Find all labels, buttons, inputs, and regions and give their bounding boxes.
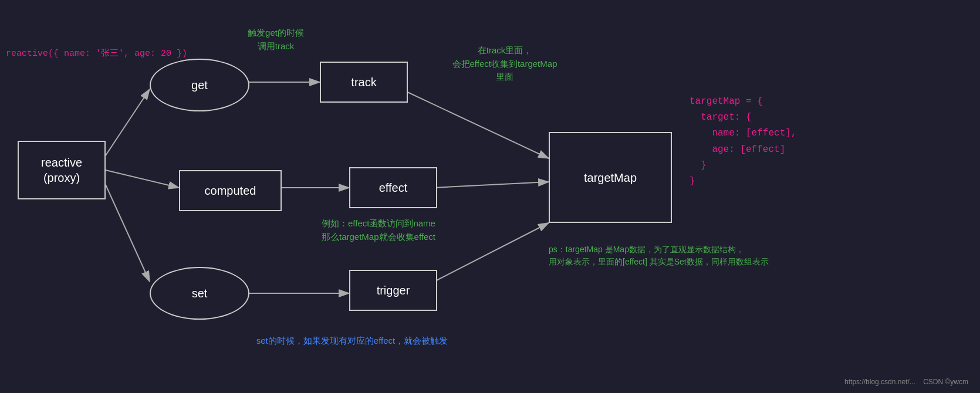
footer-url: https://blog.csdn.net/...	[844, 378, 915, 386]
footer-credit: CSDN ©ywcm	[923, 378, 968, 386]
svg-line-3	[106, 185, 150, 282]
node-trigger: trigger	[349, 270, 437, 311]
diagram-container: reactive({ name: '张三', age: 20 }) reacti…	[0, 0, 980, 393]
node-track: track	[320, 62, 408, 103]
targetmap-code: targetMap = { target: { name: [effect], …	[690, 94, 796, 189]
reactive-code: reactive({ name: '张三', age: 20 })	[6, 47, 187, 61]
label-get-trigger: 触发get的时候调用track	[229, 26, 323, 53]
node-computed: computed	[179, 170, 282, 211]
svg-line-8	[434, 182, 549, 188]
node-effect: effect	[349, 167, 437, 208]
label-set-desc: set的时候，如果发现有对应的effect，就会被触发	[176, 334, 528, 348]
label-effect-desc: 例如：effect函数访问到name那么targetMap就会收集effect	[288, 217, 469, 243]
node-targetmap: targetMap	[549, 132, 672, 223]
svg-line-2	[106, 89, 150, 155]
svg-line-4	[106, 170, 179, 188]
svg-line-6	[405, 91, 549, 158]
node-get: get	[150, 59, 249, 111]
label-targetmap-ps: ps：targetMap 是Map数据，为了直观显示数据结构， 用对象表示，里面…	[549, 243, 959, 268]
node-reactive-proxy: reactive(proxy)	[18, 141, 106, 199]
label-track-desc: 在track里面，会把effect收集到targetMap里面	[411, 44, 599, 84]
node-set: set	[150, 267, 249, 320]
footer: https://blog.csdn.net/... CSDN ©ywcm	[844, 378, 968, 386]
